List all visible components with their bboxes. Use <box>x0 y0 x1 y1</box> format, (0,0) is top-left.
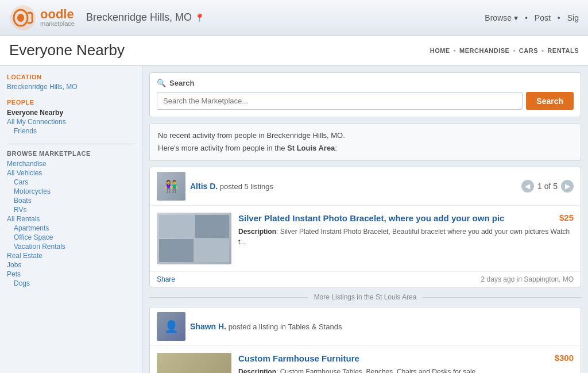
prev-page-button[interactable]: ◀ <box>521 180 534 193</box>
sidebar-friends[interactable]: Friends <box>7 126 135 136</box>
listing-title-row-2: Custom Farmhouse Furniture $300 <box>238 353 574 364</box>
notice-line1: No recent activity from people in Brecke… <box>158 129 572 142</box>
nav-merchandise[interactable]: MERCHANDISE <box>459 47 509 54</box>
nav-dot-1: • <box>454 47 456 54</box>
search-icon: 🔍 <box>157 79 166 87</box>
listing-details-1: Silver Plated Instant Photo Bracelet, wh… <box>238 213 574 264</box>
sidebar-jobs[interactable]: Jobs <box>7 260 135 270</box>
main-layout: LOCATION Breckenridge Hills, MO PEOPLE E… <box>0 66 588 373</box>
nav-dot-2: • <box>513 47 515 54</box>
notice-area: St Louis Area <box>287 144 335 152</box>
nav-cars[interactable]: CARS <box>519 47 538 54</box>
listing-details-2: Custom Farmhouse Furniture $300 Descript… <box>238 353 574 373</box>
page-title: Everyone Nearby <box>9 41 125 59</box>
logo[interactable]: oodle marketplace <box>9 4 75 32</box>
signin-link[interactable]: Sig <box>567 13 579 22</box>
sidebar-browse-label: BROWSE MARKETPLACE <box>7 150 135 157</box>
listing-image-1 <box>157 213 231 264</box>
poster-name-1[interactable]: Altis D. <box>190 182 218 191</box>
desc-label-1: Description <box>238 228 276 236</box>
poster-info-2: Shawn H. posted a listing in Tables & St… <box>190 322 342 331</box>
listing-price-1: $25 <box>559 213 574 222</box>
nav-home[interactable]: HOME <box>430 47 450 54</box>
sidebar-apartments[interactable]: Apartments <box>7 224 135 233</box>
header-location[interactable]: Breckenridge Hills, MO 📍 <box>86 11 204 24</box>
avatar-placeholder-1: 👫 <box>157 172 185 201</box>
desc-label-2: Description <box>238 368 276 373</box>
listing-title-1[interactable]: Silver Plated Instant Photo Bracelet, wh… <box>238 213 504 224</box>
section-divider-text: More Listings in the St Louis Area <box>314 293 417 301</box>
listing-image-2 <box>157 353 231 373</box>
sidebar-all-vehicles[interactable]: All Vehicles <box>7 168 135 178</box>
listing-desc-1: Description: Silver Plated Instant Photo… <box>238 226 574 247</box>
logo-brand: oodle <box>40 8 75 21</box>
logo-subtitle: marketplace <box>40 21 75 27</box>
sidebar-location-value[interactable]: Breckenridge Hills, MO <box>7 83 135 91</box>
listing-title-2[interactable]: Custom Farmhouse Furniture <box>238 353 359 364</box>
sidebar-everyone-nearby[interactable]: Everyone Nearby <box>7 108 135 117</box>
sidebar-browse-section: BROWSE MARKETPLACE Merchandise All Vehic… <box>7 150 135 288</box>
listing-meta-1: 2 days ago in Sappington, MO <box>481 275 574 283</box>
header: oodle marketplace Breckenridge Hills, MO… <box>0 0 588 36</box>
sidebar-rvs[interactable]: RVs <box>7 205 135 214</box>
listing-body-1: Silver Plated Instant Photo Bracelet, wh… <box>150 206 581 271</box>
browse-link[interactable]: Browse ▾ <box>485 13 518 22</box>
desc-text-2: : Custom Farmhouse Tables, Benches, Chai… <box>276 368 478 373</box>
listing-footer-1: Share 2 days ago in Sappington, MO <box>150 271 581 287</box>
sidebar-location-label: LOCATION <box>7 74 135 80</box>
svg-point-2 <box>17 14 24 22</box>
img-cell-3 <box>159 239 194 262</box>
content-area: 🔍 Search Search No recent activity from … <box>142 66 588 373</box>
next-page-button[interactable]: ▶ <box>561 180 574 193</box>
sidebar-dogs[interactable]: Dogs <box>7 279 135 288</box>
nav-dot-3: • <box>541 47 544 54</box>
oodle-logo-icon <box>9 4 37 32</box>
top-nav: HOME • MERCHANDISE • CARS • RENTALS <box>430 47 579 54</box>
poster-name-2[interactable]: Shawn H. <box>190 322 226 331</box>
avatar-shawn: 👤 <box>157 312 185 341</box>
image-placeholder-1 <box>157 213 231 264</box>
search-row: Search <box>157 92 574 110</box>
poster-listings-2: posted a listing in Tables & Stands <box>226 322 342 331</box>
pagination-controls-1: ◀ 1 of 5 ▶ <box>521 180 574 193</box>
nav-rentals[interactable]: RENTALS <box>547 47 579 54</box>
search-button[interactable]: Search <box>526 92 574 110</box>
sidebar-merchandise[interactable]: Merchandise <box>7 159 135 168</box>
listing-price-2: $300 <box>555 353 574 363</box>
sidebar-vacation-rentals[interactable]: Vacation Rentals <box>7 242 135 251</box>
sidebar-pets[interactable]: Pets <box>7 270 135 279</box>
listing-body-2: Custom Farmhouse Furniture $300 Descript… <box>150 346 581 373</box>
listing-desc-2: Description: Custom Farmhouse Tables, Be… <box>238 367 574 373</box>
search-input[interactable] <box>157 92 523 110</box>
sidebar-cars[interactable]: Cars <box>7 178 135 187</box>
header-right: Browse ▾ • Post • Sig <box>485 13 579 22</box>
post-link[interactable]: Post <box>535 13 551 22</box>
page-info: 1 of 5 <box>537 182 558 191</box>
img-cell-1 <box>159 215 194 238</box>
listing-card-1: 👫 Altis D. posted 5 listings ◀ 1 of 5 ▶ <box>149 167 581 287</box>
poster-info-1: Altis D. posted 5 listings <box>190 182 273 191</box>
sidebar-motorcycles[interactable]: Motorcycles <box>7 187 135 196</box>
avatar-altis: 👫 <box>157 172 185 201</box>
header-left: oodle marketplace Breckenridge Hills, MO… <box>9 4 204 32</box>
title-bar: Everyone Nearby HOME • MERCHANDISE • CAR… <box>0 36 588 66</box>
img-cell-2 <box>195 215 229 238</box>
share-button-1[interactable]: Share <box>157 275 175 283</box>
poster-listings-1: posted 5 listings <box>218 182 273 191</box>
listing-card-2: 👤 Shawn H. posted a listing in Tables & … <box>149 307 581 373</box>
img-cell-4 <box>195 239 229 262</box>
desc-text-1: : Silver Plated Instant Photo Bracelet, … <box>238 228 570 246</box>
sidebar-all-connections[interactable]: All My Connections <box>7 117 135 126</box>
search-box: 🔍 Search Search <box>149 72 581 117</box>
sidebar-boats[interactable]: Boats <box>7 196 135 205</box>
location-pin-icon: 📍 <box>195 13 204 22</box>
sidebar: LOCATION Breckenridge Hills, MO PEOPLE E… <box>0 66 142 373</box>
notice-box: No recent activity from people in Brecke… <box>149 123 581 161</box>
notice-line2: Here's more activity from people in the … <box>158 142 572 155</box>
sidebar-people-section: PEOPLE Everyone Nearby All My Connection… <box>7 99 135 136</box>
search-label: 🔍 Search <box>157 79 574 87</box>
sidebar-real-estate[interactable]: Real Estate <box>7 251 135 260</box>
sidebar-all-rentals[interactable]: All Rentals <box>7 214 135 224</box>
sidebar-office-space[interactable]: Office Space <box>7 233 135 242</box>
sidebar-location-section: LOCATION Breckenridge Hills, MO <box>7 74 135 91</box>
